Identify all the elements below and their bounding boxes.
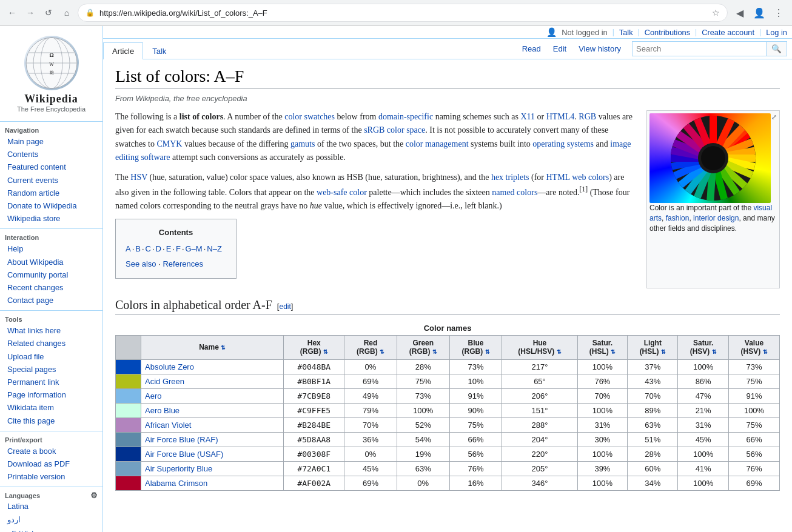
url-input[interactable] [99,8,707,18]
link-rgb[interactable]: RGB [579,112,596,121]
link-domain-specific[interactable]: domain-specific [378,112,433,121]
menu-button[interactable]: ⋮ [770,4,787,21]
expand-icon[interactable]: ⤢ [771,113,777,121]
sidebar-item-download-pdf[interactable]: Download as PDF [5,457,98,470]
sidebar-lang-latina[interactable]: Latina [5,500,98,513]
sidebar-item-wikidata[interactable]: Wikidata item [5,401,98,414]
home-button[interactable]: ⌂ [59,5,74,20]
link-x11[interactable]: X11 [520,112,535,121]
sort-hsv-s-icon[interactable]: ⇅ [712,349,717,355]
color-name-link[interactable]: Aero [145,391,161,401]
link-cmyk[interactable]: CMYK [156,139,182,148]
sidebar-item-random[interactable]: Random article [5,187,98,199]
contents-link-c[interactable]: C [146,244,151,253]
sort-name-icon[interactable]: ⇅ [221,345,226,351]
hsl-l-cell: 60% [628,461,678,476]
sidebar-item-store[interactable]: Wikipedia store [5,212,98,225]
log-in-link[interactable]: Log in [766,28,787,37]
section-edit-link[interactable]: edit [279,302,290,311]
sort-green-icon[interactable]: ⇅ [432,349,437,355]
search-input[interactable] [633,42,766,56]
sidebar-item-contents[interactable]: Contents [5,148,98,161]
browser-chrome: ← → ↺ ⌂ 🔒 ☆ ◀ 👤 ⋮ [0,0,792,26]
color-name-link[interactable]: Air Superiority Blue [145,464,212,473]
references-link[interactable]: References [163,259,203,268]
sidebar-item-recent-changes[interactable]: Recent changes [5,281,98,294]
link-html4[interactable]: HTML4 [546,112,575,121]
reload-button[interactable]: ↺ [41,5,56,20]
link-html[interactable]: HTML [546,173,570,182]
link-os[interactable]: operating systems [532,139,594,148]
edit-action[interactable]: Edit [547,41,572,57]
contributions-link[interactable]: Contributions [645,28,690,37]
link-color-swatches[interactable]: color swatches [284,112,335,121]
link-hsv[interactable]: HSV [130,173,147,182]
sidebar-item-contact[interactable]: Contact page [5,294,98,307]
sort-red-icon[interactable]: ⇅ [380,349,384,355]
color-name-link[interactable]: Air Force Blue (USAF) [145,450,223,459]
tools-title: Tools [5,316,98,323]
see-also-link[interactable]: See also [126,259,156,268]
hsl-s-cell: 39% [577,461,628,476]
star-icon[interactable]: ☆ [712,8,720,18]
link-named-colors[interactable]: named colors [492,188,537,197]
extensions-button[interactable]: ◀ [731,4,748,21]
sidebar-item-current-events[interactable]: Current events [5,174,98,187]
sidebar-item-upload[interactable]: Upload file [5,350,98,363]
sort-hex-icon[interactable]: ⇅ [323,349,328,355]
forward-button[interactable]: → [23,5,38,20]
create-account-link[interactable]: Create account [702,28,754,37]
sort-hsv-v-icon[interactable]: ⇅ [763,349,768,355]
color-name-link[interactable]: Aero Blue [145,406,180,415]
talk-link[interactable]: Talk [619,28,633,37]
profile-button[interactable]: 👤 [751,4,768,21]
color-name-link[interactable]: Air Force Blue (RAF) [145,435,218,444]
contents-link-gm[interactable]: G–M [186,244,203,253]
contents-link-f[interactable]: F [176,244,181,253]
edit-links[interactable]: Edit links [12,530,39,532]
contents-link-b[interactable]: B [135,244,141,253]
sort-hue-icon[interactable]: ⇅ [557,349,562,355]
sidebar-item-help[interactable]: Help [5,242,98,255]
search-button[interactable]: 🔍 [766,42,787,56]
sidebar-item-related-changes[interactable]: Related changes [5,337,98,350]
color-name-link[interactable]: Absolute Zero [145,362,194,371]
back-button[interactable]: ← [5,5,19,20]
contents-link-e[interactable]: E [166,244,172,253]
sidebar-item-create-book[interactable]: Create a book [5,445,98,457]
contents-link-d[interactable]: D [156,244,161,253]
sort-blue-icon[interactable]: ⇅ [485,349,490,355]
link-gamuts[interactable]: gamuts [290,139,315,148]
link-srgb[interactable]: sRGB color space [364,125,425,135]
gear-icon[interactable]: ⚙ [90,491,98,500]
sidebar-item-what-links[interactable]: What links here [5,324,98,337]
color-name-link[interactable]: Acid Green [145,377,184,386]
contents-link-a[interactable]: A [126,244,131,253]
sidebar-item-main-page[interactable]: Main page [5,135,98,148]
color-name-link[interactable]: Alabama Crimson [145,479,207,488]
link-websafe[interactable]: web-safe color [317,188,367,197]
sidebar-item-special[interactable]: Special pages [5,363,98,376]
sidebar-item-permanent[interactable]: Permanent link [5,376,98,388]
sidebar-item-page-info[interactable]: Page information [5,388,98,401]
link-fashion[interactable]: fashion [666,214,690,222]
link-color-management[interactable]: color management [406,139,469,148]
sidebar-item-printable[interactable]: Printable version [5,470,98,483]
sort-hsl-s-icon[interactable]: ⇅ [611,349,616,355]
sort-hsl-l-icon[interactable]: ⇅ [661,349,666,355]
read-action[interactable]: Read [516,41,547,57]
sidebar-item-featured[interactable]: Featured content [5,161,98,173]
tab-article[interactable]: Article [103,42,143,59]
link-hex-triplets[interactable]: hex triplets [491,173,529,182]
sidebar-item-about[interactable]: About Wikipedia [5,256,98,268]
sidebar-lang-urdu[interactable]: اردو [5,513,98,526]
contents-link-nz[interactable]: N–Z [207,244,222,253]
sidebar-item-cite[interactable]: Cite this page [5,414,98,427]
sidebar-item-donate[interactable]: Donate to Wikipedia [5,199,98,212]
color-name-link[interactable]: African Violet [145,421,191,430]
link-web-colors[interactable]: web colors [572,173,609,182]
view-history-action[interactable]: View history [572,41,627,57]
link-interior-design[interactable]: interior design [693,214,739,222]
sidebar-item-community[interactable]: Community portal [5,268,98,281]
tab-talk[interactable]: Talk [143,42,175,59]
